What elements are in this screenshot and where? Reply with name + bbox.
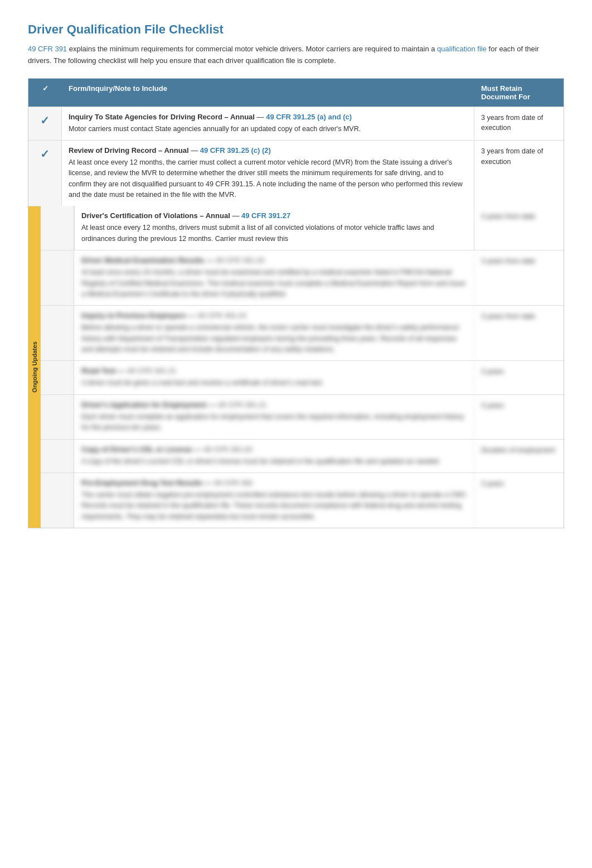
row-content: Copy of Driver's CDL or License — 49 CFR… <box>74 440 474 472</box>
cfr-link[interactable]: 49 CFR 391.31 <box>127 367 176 375</box>
checklist-table: ✓ Form/Inquiry/Note to Include Must Reta… <box>28 78 564 529</box>
item-title: Driver's Certification of Violations – A… <box>81 211 467 220</box>
table-row: Driver's Certification of Violations – A… <box>41 206 564 250</box>
row-check: ✓ <box>28 107 62 140</box>
item-body: A copy of the driver's current CDL or dr… <box>81 456 467 467</box>
row-content: Inquiry to Previous Employers — 49 CFR 3… <box>74 306 474 360</box>
sidebar-label: Ongoing Updates <box>28 206 41 528</box>
cfr-link[interactable]: 49 CFR 391.23 <box>197 311 246 320</box>
item-title: Copy of Driver's CDL or License — 49 CFR… <box>81 445 467 454</box>
table-row: ✓ Inquiry To State Agencies for Driving … <box>28 107 564 140</box>
header-form-col: Form/Inquiry/Note to Include <box>62 79 474 107</box>
item-title: Review of Driving Record – Annual — 49 C… <box>69 146 467 155</box>
retain-text: Duration of employment <box>481 446 555 454</box>
ongoing-rows: Driver's Certification of Violations – A… <box>41 206 564 528</box>
item-body: The carrier must obtain negative pre-emp… <box>81 490 467 522</box>
retain-cell: 3 years from date of execution <box>474 107 564 140</box>
retain-text: 3 years <box>481 402 504 409</box>
table-row: Pre-Employment Drug Test Results — 49 CF… <box>41 473 564 528</box>
row-content: Driver Medical Examination Results — 49 … <box>74 250 474 305</box>
row-content: Inquiry To State Agencies for Driving Re… <box>62 107 474 140</box>
row-content: Pre-Employment Drug Test Results — 49 CF… <box>74 473 474 528</box>
item-body: Motor carriers must contact State agenci… <box>69 124 467 134</box>
check-icon: ✓ <box>40 114 50 127</box>
retain-text: 3 years <box>481 480 504 488</box>
retain-cell: 3 years <box>474 395 564 439</box>
table-row: ✓ Review of Driving Record – Annual — 49… <box>28 140 564 206</box>
item-title: Inquiry to Previous Employers — 49 CFR 3… <box>81 311 467 320</box>
item-title: Driver's Application for Employment — 49… <box>81 401 467 409</box>
cfr-link[interactable]: 49 CFR 391.63 <box>203 445 253 454</box>
item-title: Pre-Employment Drug Test Results — 49 CF… <box>81 479 467 487</box>
retain-text: 3 years from date of execution <box>481 147 543 166</box>
retain-cell: 3 years <box>474 473 564 528</box>
retain-cell: 3 years from date <box>474 206 564 250</box>
table-header: ✓ Form/Inquiry/Note to Include Must Reta… <box>28 79 564 107</box>
page-title: Driver Qualification File Checklist <box>28 22 564 37</box>
row-check <box>41 395 74 439</box>
row-check <box>41 250 74 305</box>
row-content: Road Test — 49 CFR 391.31 A driver must … <box>74 361 474 394</box>
item-body: Each driver must complete an application… <box>81 412 467 433</box>
table-row: Inquiry to Previous Employers — 49 CFR 3… <box>41 306 564 361</box>
retain-cell: Duration of employment <box>474 440 564 472</box>
retain-text: 3 years from date <box>481 213 535 220</box>
cfr-link[interactable]: 49 CFR 391.25 (c) (2) <box>200 146 271 155</box>
row-content: Review of Driving Record – Annual — 49 C… <box>62 141 474 206</box>
table-row: Driver's Application for Employment — 49… <box>41 395 564 440</box>
qualification-file-link[interactable]: qualification file <box>437 45 487 53</box>
check-icon: ✓ <box>40 147 50 161</box>
ongoing-updates-group: Ongoing Updates Driver's Certification o… <box>28 206 564 528</box>
table-row: Road Test — 49 CFR 391.31 A driver must … <box>41 361 564 394</box>
item-body: At least once every 12 months, drivers m… <box>81 223 467 244</box>
item-title: Driver Medical Examination Results — 49 … <box>81 256 467 264</box>
table-row: Driver Medical Examination Results — 49 … <box>41 250 564 306</box>
header-retain-col: Must Retain Document For <box>474 79 564 107</box>
row-check <box>41 473 74 528</box>
item-title: Inquiry To State Agencies for Driving Re… <box>69 113 467 121</box>
row-check: ✓ <box>28 141 62 206</box>
cfr-link[interactable]: 49 CFR 391.27 <box>241 211 290 220</box>
row-check <box>41 206 74 250</box>
row-check <box>41 306 74 360</box>
retain-cell: 3 years from date of execution <box>474 141 564 206</box>
item-body: Before allowing a driver to operate a co… <box>81 322 467 355</box>
retain-cell: 3 years from date <box>474 250 564 305</box>
row-check <box>41 440 74 472</box>
item-body: A driver must be given a road test and r… <box>81 378 467 388</box>
cfr-391-link[interactable]: 49 CFR 391 <box>28 45 67 53</box>
item-body: At least once every 24 months, a driver … <box>81 267 467 300</box>
retain-text: 3 years from date <box>481 312 535 320</box>
cfr-link[interactable]: 49 CFR 391.25 (a) and (c) <box>266 113 352 121</box>
retain-text: 3 years <box>481 368 504 375</box>
table-row: Copy of Driver's CDL or License — 49 CFR… <box>41 440 564 473</box>
retain-cell: 3 years from date <box>474 306 564 360</box>
retain-text: 3 years from date of execution <box>481 114 543 132</box>
retain-text: 3 years from date <box>481 257 535 265</box>
row-check <box>41 361 74 394</box>
intro-paragraph: 49 CFR 391 explains the minimum requirem… <box>28 44 564 67</box>
retain-cell: 3 years <box>474 361 564 394</box>
item-body: At least once every 12 months, the carri… <box>69 157 467 201</box>
intro-text-1: explains the minimum requirements for co… <box>69 45 437 53</box>
row-content: Driver's Certification of Violations – A… <box>74 206 474 250</box>
cfr-link[interactable]: 49 CFR 391.43 <box>216 256 265 264</box>
header-check-col: ✓ <box>28 79 62 107</box>
row-content: Driver's Application for Employment — 49… <box>74 395 474 439</box>
item-title: Road Test — 49 CFR 391.31 <box>81 367 467 375</box>
cfr-link[interactable]: 49 CFR 391.21 <box>218 401 267 409</box>
sidebar-label-text: Ongoing Updates <box>31 338 38 396</box>
cfr-link[interactable]: 49 CFR 382 <box>213 479 253 487</box>
